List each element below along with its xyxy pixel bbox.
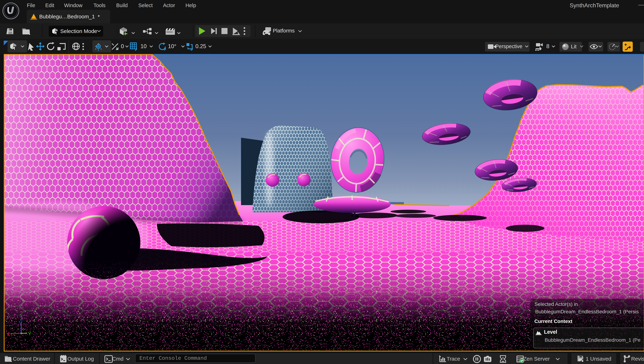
svg-text:Y: Y xyxy=(28,331,31,336)
svg-text:X: X xyxy=(7,332,10,337)
svg-text:Z: Z xyxy=(20,316,23,322)
